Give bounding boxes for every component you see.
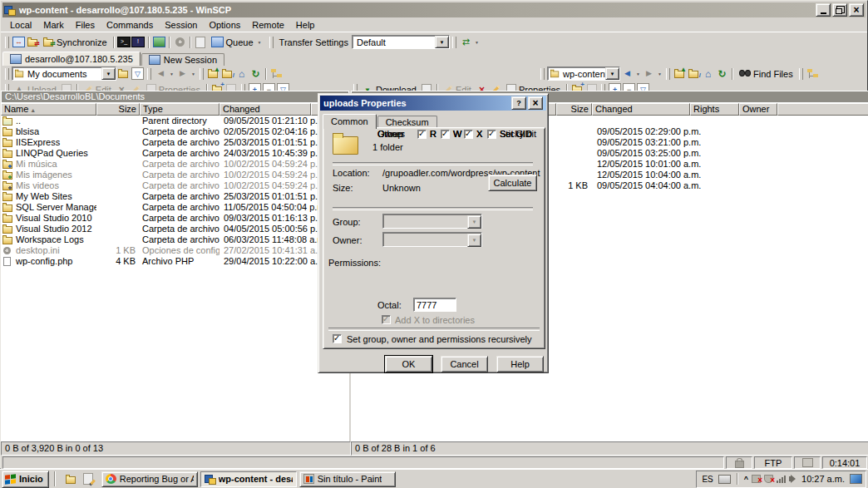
column-header-changed[interactable]: Changed (592, 103, 690, 116)
title-bar[interactable]: wp-content - desarrollo@107.180.5.235 - … (2, 2, 866, 17)
menu-item[interactable]: Commands (101, 19, 159, 31)
forward-history-icon[interactable] (190, 68, 197, 80)
menu-item[interactable]: Local (4, 19, 37, 31)
back-icon[interactable]: ◀ (154, 67, 168, 81)
taskbar-task[interactable]: Sin título - Paint (299, 471, 396, 487)
owner-combo[interactable] (382, 232, 482, 247)
parent-directory-icon[interactable]: ▲ (206, 67, 220, 81)
remote-directory-combo[interactable]: wp-content (547, 67, 620, 81)
perm-special-checkbox[interactable] (487, 130, 496, 139)
gear-icon[interactable] (173, 36, 187, 49)
toolbar-grip[interactable] (5, 37, 9, 48)
forward-icon[interactable]: ▶ (642, 67, 656, 81)
directory-tree-icon[interactable] (806, 67, 820, 81)
session-tab[interactable]: desarrollo@107.180.5.235 (2, 52, 141, 66)
recursive-checkbox[interactable] (333, 334, 342, 343)
start-button[interactable]: Inicio (2, 471, 49, 488)
toolbar-grip[interactable] (799, 68, 803, 80)
file-row[interactable]: Workspace Logs Carpeta de archivos 06/03… (1, 234, 349, 245)
home-icon[interactable] (701, 67, 715, 81)
clock[interactable]: 10:27 a.m. (800, 474, 846, 484)
help-button[interactable]: Help (496, 356, 544, 372)
file-row[interactable]: My Web Sites Carpeta de archivos 25/03/2… (1, 191, 349, 202)
file-row[interactable]: blsisa Carpeta de archivos 02/05/2015 02… (1, 126, 349, 137)
chevron-down-icon[interactable] (605, 67, 619, 80)
volume-icon[interactable] (789, 476, 792, 481)
column-header-size[interactable]: Size (556, 103, 592, 116)
taskbar-task[interactable]: wp-content - desarrol... (200, 471, 297, 487)
minimize-button[interactable] (816, 3, 831, 17)
group-combo[interactable] (382, 214, 482, 229)
notepad-icon[interactable] (81, 472, 96, 486)
cancel-button[interactable]: Cancel (441, 356, 488, 372)
help-question-button[interactable]: ? (511, 96, 526, 110)
ok-button[interactable]: OK (385, 356, 432, 372)
menu-item[interactable]: Remote (246, 19, 290, 31)
menu-item[interactable]: Help (290, 19, 321, 31)
console-icon[interactable]: >_ (117, 36, 131, 49)
filter-icon[interactable]: ▽ (131, 67, 145, 81)
explorer-icon[interactable] (64, 472, 78, 486)
transfer-settings-combo[interactable]: Default (352, 35, 450, 49)
refresh-icon[interactable] (249, 67, 263, 81)
add-x-checkbox[interactable] (382, 315, 391, 324)
toolbar-grip[interactable] (269, 37, 274, 48)
calculate-button[interactable]: Calculate (488, 175, 537, 191)
perm-r-checkbox[interactable] (417, 130, 427, 139)
menu-item[interactable]: Session (159, 19, 203, 31)
refresh-icon[interactable] (715, 67, 729, 81)
transfer-mode-icon[interactable]: ⇄ (459, 36, 473, 49)
language-indicator[interactable]: ES (700, 475, 714, 484)
toolbar-grip[interactable] (540, 68, 545, 80)
back-history-icon[interactable] (634, 68, 642, 80)
dialog-close-button[interactable] (528, 96, 543, 110)
file-row[interactable]: wp-config.php 4 KB Archivo PHP 29/04/201… (1, 256, 349, 267)
toolbar-grip[interactable] (147, 68, 151, 80)
back-history-icon[interactable] (168, 68, 175, 80)
perm-x-checkbox[interactable] (464, 130, 473, 139)
column-header-changed[interactable]: Changed (219, 103, 311, 116)
file-row[interactable]: Visual Studio 2010 Carpeta de archivos 0… (1, 213, 349, 224)
file-row[interactable]: SQL Server Manageme... Carpeta de archiv… (1, 202, 349, 213)
file-row[interactable]: Mis videos Carpeta de archivos 10/02/201… (1, 180, 349, 191)
toolbar-grip[interactable] (5, 68, 9, 80)
transfer-mode-dropdown-icon[interactable] (473, 37, 481, 48)
file-row[interactable]: Mis imágenes Carpeta de archivos 10/02/2… (1, 170, 349, 180)
toolbar-grip[interactable] (200, 68, 204, 80)
swap-panels-icon[interactable] (12, 36, 26, 49)
show-desktop-icon[interactable] (850, 474, 862, 484)
menu-item[interactable]: Mark (37, 19, 69, 31)
forward-icon[interactable]: ▶ (175, 67, 190, 81)
column-header-rights[interactable]: Rights (690, 103, 739, 116)
home-icon[interactable] (234, 67, 249, 81)
session-tab[interactable]: New Session (141, 53, 224, 66)
chevron-down-icon[interactable] (435, 36, 449, 48)
column-header-name[interactable]: Name (1, 103, 96, 116)
parent-directory-icon[interactable]: ▲ (673, 67, 687, 81)
open-directory-icon[interactable] (116, 67, 131, 81)
hidden-icons-chevron[interactable]: ^ (744, 475, 748, 483)
restore-button[interactable] (832, 3, 847, 17)
toolbar-grip[interactable] (452, 37, 456, 48)
octal-input[interactable] (413, 298, 456, 312)
column-header-owner[interactable]: Owner (739, 103, 777, 116)
dialog-title-bar[interactable]: uploads Properties ? (320, 96, 546, 111)
queue-button[interactable]: Queue (208, 35, 267, 50)
root-directory-icon[interactable]: / (687, 67, 701, 81)
close-button[interactable] (849, 3, 864, 17)
column-header-size[interactable]: Size (96, 103, 140, 116)
file-row[interactable]: .. Parent directory 09/05/2015 01:21:10 … (1, 116, 349, 126)
menu-item[interactable]: Options (203, 19, 246, 31)
file-row[interactable]: LINQPad Queries Carpeta de archivos 24/0… (1, 148, 349, 159)
transfer-list-icon[interactable] (194, 36, 208, 49)
file-row[interactable]: IISExpress Carpeta de archivos 25/03/201… (1, 137, 349, 148)
chevron-down-icon[interactable] (101, 67, 116, 80)
menu-item[interactable]: Files (70, 19, 101, 31)
file-row[interactable]: Mi música Carpeta de archivos 10/02/2015… (1, 159, 349, 170)
file-row[interactable]: desktop.ini 1 KB Opciones de config... 2… (1, 245, 349, 256)
custom-command-icon[interactable]: ! (131, 36, 145, 49)
keyboard-icon[interactable] (718, 475, 731, 484)
network-signal-icon[interactable] (777, 475, 786, 483)
dialog-tab[interactable]: Common (323, 114, 377, 129)
local-path-bar[interactable]: C:\Users\DesarrolloBL\Documents (2, 91, 348, 102)
